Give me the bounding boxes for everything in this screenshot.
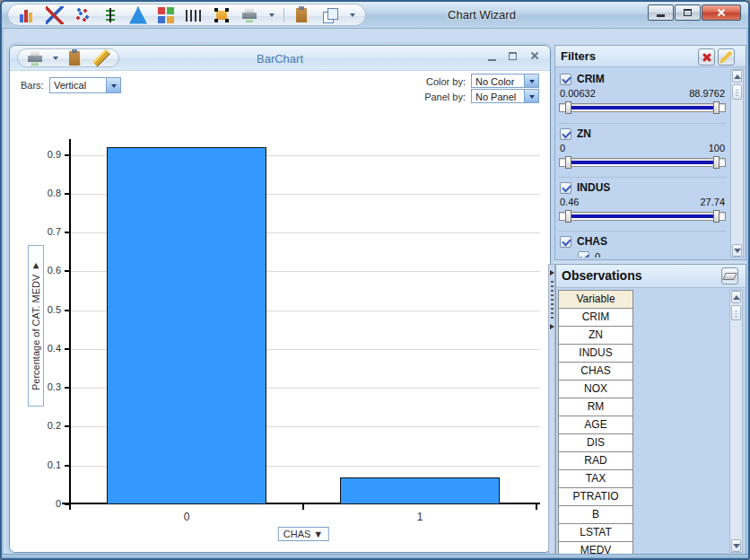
slider-handle-left[interactable] xyxy=(565,210,571,223)
observations-scrollbar[interactable] xyxy=(729,290,743,553)
close-icon[interactable] xyxy=(529,51,539,61)
variable-row[interactable]: CRIM xyxy=(558,308,633,327)
variable-row[interactable]: TAX xyxy=(558,469,633,488)
bars-label: Bars: xyxy=(21,80,44,91)
parallel-plot-button[interactable] xyxy=(184,5,204,25)
line-plot-icon xyxy=(46,6,64,24)
chevron-down-icon[interactable] xyxy=(524,90,538,102)
maximize-icon xyxy=(684,9,692,16)
filter-max-value: 27.74 xyxy=(700,197,725,209)
variable-row[interactable]: NOX xyxy=(558,380,633,398)
barchart-title-bar: BarChart xyxy=(10,46,550,71)
bar[interactable] xyxy=(340,477,500,504)
slider-handle-left[interactable] xyxy=(565,101,571,114)
printer-icon xyxy=(26,49,44,67)
color-by-label: Color by: xyxy=(403,76,466,87)
window-bottom-frame xyxy=(2,554,748,558)
brush-icon xyxy=(92,49,110,67)
filter-list: CRIM0.0063288.9762ZN0100INDUS0.4627.74CH… xyxy=(558,69,727,258)
panel-splitter[interactable] xyxy=(548,264,555,556)
interval-plot-button[interactable] xyxy=(100,5,120,25)
filter-item-zn: ZN0100 xyxy=(558,123,727,177)
printer-button[interactable] xyxy=(240,5,259,25)
dropdown-arrow-icon[interactable] xyxy=(267,7,275,23)
chart-plot-region: Percentage of CAT. MEDV ▼ 00.10.20.30.40… xyxy=(10,103,550,552)
variable-row[interactable]: RM xyxy=(558,398,633,416)
minimize-button[interactable] xyxy=(648,4,674,21)
checkbox-chas[interactable] xyxy=(560,236,571,248)
slider-handle-right[interactable] xyxy=(713,156,719,169)
edit-filters-button[interactable] xyxy=(718,48,735,66)
close-icon xyxy=(716,7,727,18)
maximize-icon[interactable] xyxy=(509,52,517,60)
range-slider xyxy=(559,101,726,115)
checkbox-level-0[interactable] xyxy=(578,251,589,258)
y-tick-label: 0.5 xyxy=(31,304,61,315)
bar[interactable] xyxy=(107,147,266,504)
variable-row[interactable]: DIS xyxy=(558,433,633,452)
slider-fill xyxy=(569,161,716,164)
range-slider xyxy=(559,155,726,170)
filter-name: CRIM xyxy=(577,73,605,85)
variable-row[interactable]: INDUS xyxy=(558,344,633,363)
y-tick-label: 0.3 xyxy=(31,381,61,392)
scrollbar-thumb[interactable] xyxy=(731,305,741,320)
x-category-label: 0 xyxy=(184,511,190,523)
x-category-label: 1 xyxy=(417,511,423,523)
remove-filter-button[interactable] xyxy=(698,48,715,66)
variable-row[interactable]: ZN xyxy=(558,326,633,345)
splitter-grip[interactable] xyxy=(551,281,554,319)
toolbar-separator xyxy=(283,8,284,22)
variable-row[interactable]: B xyxy=(558,505,633,524)
distribution-button[interactable] xyxy=(128,5,148,25)
slider-handle-right[interactable] xyxy=(713,210,719,223)
dropdown-arrow-icon[interactable] xyxy=(348,7,356,23)
clear-selection-button[interactable] xyxy=(721,267,738,284)
checkbox-zn[interactable] xyxy=(560,128,571,140)
variable-row[interactable]: RAD xyxy=(558,451,633,470)
filter-min-value: 0 xyxy=(560,143,565,155)
chevron-down-icon[interactable] xyxy=(524,74,538,87)
filters-scrollbar[interactable] xyxy=(730,69,744,258)
chart-controls-row: Bars: Vertical Color by: No Color Panel … xyxy=(10,71,550,103)
slider-handle-left[interactable] xyxy=(565,156,571,169)
printer-button[interactable] xyxy=(25,48,45,68)
chevron-down-icon[interactable] xyxy=(106,78,120,92)
slider-handle-right[interactable] xyxy=(713,101,719,114)
maximize-button[interactable] xyxy=(675,4,701,21)
scatter-plot-button[interactable] xyxy=(73,5,92,25)
scroll-up-button[interactable] xyxy=(731,291,741,303)
checkbox-crim[interactable] xyxy=(560,74,571,85)
eraser-icon xyxy=(722,273,737,280)
checkbox-indus[interactable] xyxy=(560,182,571,194)
panel-by-label: Panel by: xyxy=(403,92,466,102)
scroll-up-button[interactable] xyxy=(732,70,742,83)
scroll-down-button[interactable] xyxy=(732,244,742,257)
y-tick-label: 0 xyxy=(31,498,61,509)
observations-title: Observations xyxy=(562,268,641,283)
variable-row[interactable]: CHAS xyxy=(558,362,633,381)
variable-row[interactable]: LSTAT xyxy=(558,523,633,542)
bar-chart-button[interactable] xyxy=(17,5,37,25)
barchart-window-controls xyxy=(488,50,539,61)
variable-row[interactable]: PTRATIO xyxy=(558,487,633,506)
bars-dropdown[interactable]: Vertical xyxy=(49,77,121,93)
panel-by-dropdown[interactable]: No Panel xyxy=(471,89,539,103)
mosaic-plot-button[interactable] xyxy=(156,5,176,25)
brush-button[interactable] xyxy=(92,48,111,68)
minimize-icon xyxy=(657,14,665,17)
paste-button[interactable] xyxy=(292,5,312,25)
network-plot-button[interactable] xyxy=(212,5,231,25)
x-tick xyxy=(536,504,537,510)
copy-button[interactable] xyxy=(320,5,340,25)
minimize-icon[interactable] xyxy=(488,59,496,61)
paste-button[interactable] xyxy=(65,48,85,68)
scrollbar-thumb[interactable] xyxy=(732,84,742,100)
line-plot-button[interactable] xyxy=(45,5,65,25)
dropdown-arrow-icon[interactable] xyxy=(51,50,59,66)
color-by-dropdown[interactable]: No Color xyxy=(471,74,539,88)
variable-row[interactable]: AGE xyxy=(558,416,633,434)
scroll-down-button[interactable] xyxy=(731,539,741,552)
close-button[interactable] xyxy=(702,4,741,21)
x-axis-label[interactable]: CHAS ▼ xyxy=(278,527,329,541)
